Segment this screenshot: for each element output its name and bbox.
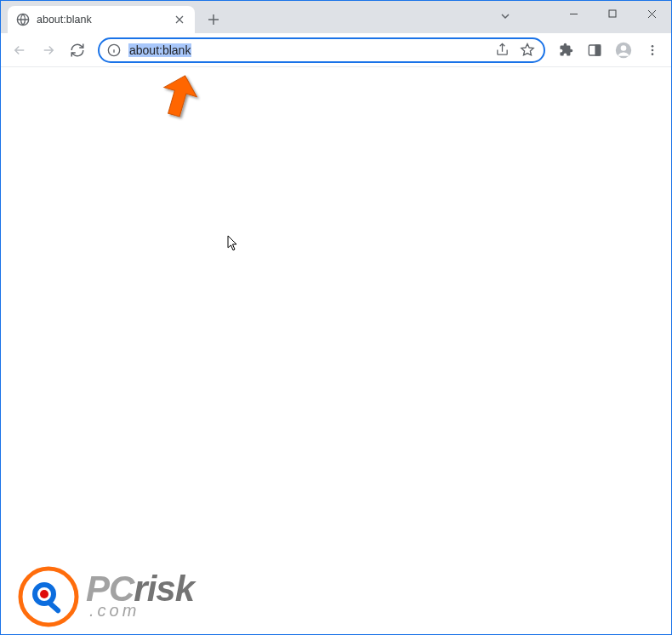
svg-point-6 [621,45,627,51]
forward-button[interactable] [35,37,62,64]
watermark-logo-icon [18,566,77,626]
side-panel-icon[interactable] [581,37,608,64]
bookmark-star-icon[interactable] [518,41,537,60]
svg-point-8 [652,49,654,51]
maximize-button[interactable] [593,1,632,26]
close-window-button[interactable] [632,1,671,26]
chevron-down-icon[interactable] [497,8,514,25]
share-icon[interactable] [493,41,511,60]
tab-title: about:blank [37,14,173,26]
address-bar-text: about:blank [128,43,493,57]
svg-rect-1 [609,10,616,17]
toolbar: about:blank [1,33,671,67]
svg-rect-13 [47,600,61,615]
page-content [1,67,671,634]
kebab-menu-icon[interactable] [639,37,666,64]
svg-point-10 [20,569,77,625]
reload-button[interactable] [64,37,91,64]
extensions-icon[interactable] [552,37,579,64]
omnibox-actions [493,41,537,60]
globe-icon [16,13,30,26]
profile-avatar-icon[interactable] [610,37,637,64]
watermark-text: PCrisk .com [86,574,194,619]
window-controls [554,1,671,26]
back-button[interactable] [6,37,33,64]
info-icon[interactable] [106,43,122,58]
watermark: PCrisk .com [18,566,194,626]
address-bar[interactable]: about:blank [98,37,545,63]
watermark-risk: risk [134,569,194,609]
svg-point-9 [652,53,654,55]
watermark-dotcom: .com [89,604,194,618]
svg-rect-4 [595,45,600,55]
url-selected-text: about:blank [128,43,191,57]
toolbar-right [552,37,666,64]
close-tab-icon[interactable] [173,13,186,26]
titlebar: about:blank [1,1,671,33]
minimize-button[interactable] [554,1,593,26]
new-tab-button[interactable] [202,8,225,31]
svg-point-12 [40,590,48,598]
browser-tab[interactable]: about:blank [8,6,195,33]
svg-point-7 [652,45,654,48]
